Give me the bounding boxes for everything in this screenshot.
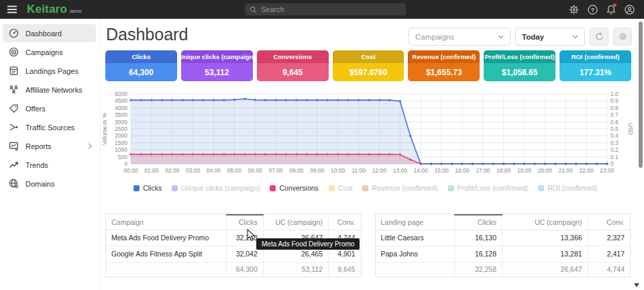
settings-icon[interactable]: [569, 5, 579, 15]
notification-dot: [613, 3, 616, 7]
table-row[interactable]: Little Caesars16,13013,3662,327: [376, 230, 631, 246]
sidebar-item-label: Domains: [25, 180, 54, 188]
stat-card-label: Clicks: [105, 50, 177, 63]
sidebar-item-dashboard[interactable]: Dashboard: [3, 24, 96, 42]
stat-card-label: Unique clicks (campaign): [181, 50, 253, 63]
sidebar-item-campaigns[interactable]: Campaigns: [3, 43, 96, 61]
stat-card-profit-loss-confirmed[interactable]: Profit/Loss (confirmed)$1,058.65: [484, 50, 555, 81]
reports-icon: [8, 141, 19, 151]
legend-label: Unique clicks (campaign): [181, 184, 260, 192]
svg-text:05:00: 05:00: [227, 167, 242, 174]
scroll-down-arrow-icon[interactable]: [634, 283, 639, 287]
notifications-icon[interactable]: [606, 5, 616, 15]
sidebar-item-offers[interactable]: Offers: [3, 99, 96, 117]
date-range-value: Today: [522, 33, 544, 41]
sidebar-item-affiliate-networks[interactable]: Affiliate Networks: [3, 81, 96, 99]
legend-item-clicks[interactable]: Clicks: [133, 184, 162, 192]
search-input[interactable]: [261, 5, 395, 13]
row-value: 13,281: [502, 246, 588, 262]
profile-icon[interactable]: [625, 5, 635, 15]
svg-text:14:00: 14:00: [414, 167, 429, 174]
row-value: 16,128: [454, 246, 502, 262]
total-value: 64,300: [227, 262, 264, 277]
legend-item-conversions[interactable]: Conversions: [270, 184, 318, 192]
campaigns-filter-select[interactable]: Campaigns: [409, 28, 511, 46]
stat-card-value: 64,300: [105, 63, 177, 81]
legend-swatch: [133, 185, 140, 191]
svg-text:10:00: 10:00: [331, 167, 345, 174]
legend-label: Clicks: [143, 184, 162, 192]
svg-text:2000: 2000: [115, 132, 127, 139]
traffic-chart[interactable]: 005000.110000.215000.320000.425000.53000…: [101, 89, 641, 179]
chevron-down-icon: [498, 35, 504, 39]
chevron-down-icon: [572, 35, 578, 39]
stat-card-conversions[interactable]: Conversions9,645: [257, 50, 329, 81]
sidebar-item-landings-pages[interactable]: Landings Pages: [3, 62, 96, 80]
column-header-campaign[interactable]: Campaign: [106, 215, 227, 230]
stat-card-value: $597.0760: [333, 63, 405, 81]
column-header-landing-page[interactable]: Landing page: [376, 215, 455, 230]
column-header-clicks[interactable]: Clicks: [454, 215, 502, 230]
stat-card-cost[interactable]: Cost$597.0760: [333, 50, 405, 81]
stat-card-clicks[interactable]: Clicks64,300: [105, 50, 177, 81]
table-row[interactable]: Papa Johns16,12813,2812,417: [376, 246, 631, 262]
legend-item-unique-clicks-campaign[interactable]: Unique clicks (campaign): [172, 184, 260, 192]
landing-page-icon: [8, 66, 19, 76]
menu-icon[interactable]: [7, 5, 17, 14]
svg-text:3500: 3500: [115, 111, 127, 118]
campaigns-filter-value: Campaigns: [415, 33, 454, 41]
stat-card-value: 177.31%: [559, 63, 631, 81]
legend-item-revenue-confirmed[interactable]: Revenue (confirmed): [362, 184, 437, 192]
svg-text:1500: 1500: [115, 140, 127, 146]
svg-text:11:00: 11:00: [352, 167, 366, 174]
row-value: 2,417: [588, 246, 630, 262]
stat-card-label: ROI (confirmed): [559, 50, 631, 63]
legend-label: Revenue (confirmed): [372, 184, 437, 192]
legend-swatch: [362, 185, 368, 191]
legend-item-profit-loss-confirmed[interactable]: Profit/Loss (confirmed): [448, 184, 529, 192]
svg-text:04:00: 04:00: [207, 167, 221, 174]
svg-text:08:00: 08:00: [289, 167, 304, 174]
search-icon: [250, 6, 257, 13]
total-value: 26,647: [502, 262, 588, 277]
sidebar-item-domains[interactable]: Domains: [3, 175, 96, 193]
legend-swatch: [538, 185, 544, 191]
column-header-clicks[interactable]: Clicks: [227, 215, 264, 230]
svg-text:17:00: 17:00: [476, 167, 490, 174]
stat-card-roi-confirmed[interactable]: ROI (confirmed)177.31%: [559, 50, 631, 81]
row-name: Meta Ads Food Delivery Promo: [106, 230, 227, 246]
svg-text:18:00: 18:00: [496, 167, 511, 174]
legend-item-roi-confirmed[interactable]: ROI (confirmed): [538, 184, 598, 192]
svg-text:16:00: 16:00: [455, 167, 470, 174]
sidebar-item-reports[interactable]: Reports: [3, 137, 96, 155]
chart-legend: ClicksUnique clicks (campaign)Conversion…: [101, 184, 631, 192]
column-header-conv[interactable]: Conv.: [329, 215, 361, 230]
logo: Keitaro demo: [27, 3, 82, 16]
svg-text:22:00: 22:00: [579, 167, 594, 174]
row-value: 2,327: [588, 230, 630, 246]
date-range-select[interactable]: Today: [515, 28, 585, 46]
sidebar-item-traffic-sources[interactable]: Traffic Sources: [3, 118, 96, 136]
svg-text:4500: 4500: [115, 97, 127, 104]
sidebar-item-trends[interactable]: Trends: [3, 156, 96, 174]
svg-text:15:00: 15:00: [434, 167, 449, 174]
legend-item-cost[interactable]: Cost: [329, 184, 353, 192]
offer-tag-icon: [8, 103, 19, 113]
stat-card-revenue-confirmed[interactable]: Revenue (confirmed)$1,655.73: [408, 50, 480, 81]
refresh-button[interactable]: [590, 28, 608, 46]
column-header-uc-campaign[interactable]: UC (campaign): [502, 215, 588, 230]
search-box[interactable]: [245, 3, 406, 15]
svg-text:0.1: 0.1: [610, 154, 619, 160]
svg-text:0.4: 0.4: [610, 132, 619, 139]
vertical-scrollbar[interactable]: [639, 21, 643, 168]
row-value: 16,130: [454, 230, 502, 246]
svg-text:06:00: 06:00: [248, 167, 263, 174]
stat-card-unique-clicks-campaign[interactable]: Unique clicks (campaign)53,112: [181, 50, 253, 81]
column-header-uc-campaign[interactable]: UC (campaign): [263, 215, 328, 230]
svg-text:5000: 5000: [115, 91, 127, 97]
stat-card-label: Profit/Loss (confirmed): [484, 50, 555, 63]
column-header-conv[interactable]: Conv.: [588, 215, 630, 230]
svg-text:0: 0: [124, 160, 127, 167]
dashboard-settings-button[interactable]: [613, 28, 632, 46]
help-icon[interactable]: ?: [588, 5, 598, 15]
